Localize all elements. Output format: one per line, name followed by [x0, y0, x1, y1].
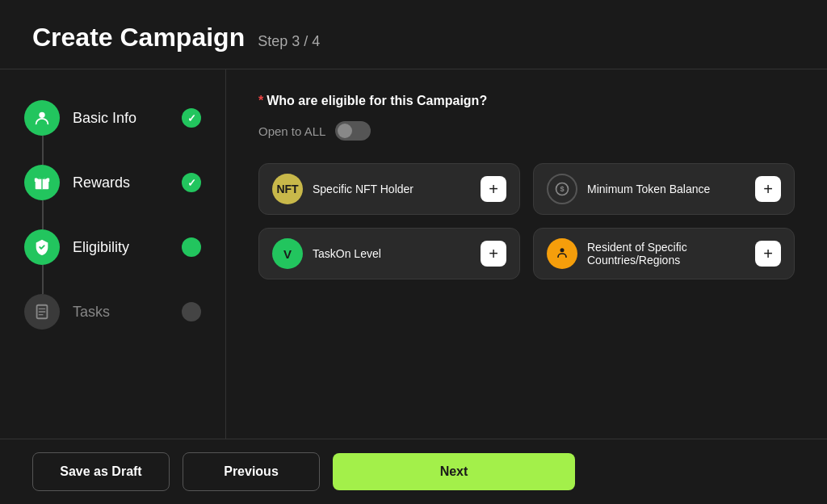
sidebar-check-basic-info: ✓	[182, 108, 201, 128]
main-content: Basic Info ✓ Rewards ✓	[0, 69, 827, 439]
sidebar-item-eligibility[interactable]: Eligibility	[24, 215, 201, 279]
sidebar-icon-tasks	[24, 294, 60, 330]
sidebar-icon-rewards	[24, 165, 60, 200]
token-balance-label: Minimum Token Balance	[587, 183, 745, 195]
region-label: Resident of Specific Countries/Regions	[587, 241, 745, 267]
open-to-all-label: Open to ALL	[258, 124, 325, 138]
svg-point-6	[560, 248, 565, 252]
region-icon	[547, 238, 577, 269]
previous-button[interactable]: Previous	[183, 452, 320, 491]
sidebar-item-basic-info[interactable]: Basic Info ✓	[24, 86, 201, 150]
taskon-level-label: TaskOn Level	[313, 247, 471, 260]
sidebar-item-tasks[interactable]: Tasks	[24, 279, 201, 344]
person-icon	[33, 109, 51, 127]
open-to-all-toggle[interactable]	[335, 121, 371, 141]
svg-point-0	[39, 112, 44, 118]
nft-holder-label: Specific NFT Holder	[313, 183, 471, 195]
step-indicator: Step 3 / 4	[258, 33, 320, 50]
options-row-1: NFT Specific NFT Holder + $ Minimum Toke…	[258, 163, 795, 215]
content-area: * Who are eligible for this Campaign? Op…	[226, 69, 827, 439]
option-token-balance[interactable]: $ Minimum Token Balance +	[533, 163, 795, 215]
sidebar: Basic Info ✓ Rewards ✓	[0, 69, 226, 439]
taskon-level-icon: V	[272, 238, 303, 269]
add-token-balance-button[interactable]: +	[755, 176, 781, 202]
option-region[interactable]: Resident of Specific Countries/Regions +	[533, 228, 795, 279]
coin-icon: $	[554, 181, 570, 197]
sidebar-check-tasks	[182, 302, 201, 321]
nft-holder-icon: NFT	[272, 174, 303, 204]
open-to-all-row: Open to ALL	[258, 121, 795, 141]
option-taskon-level[interactable]: V TaskOn Level +	[258, 228, 520, 279]
required-star: *	[258, 94, 263, 108]
add-taskon-level-button[interactable]: +	[481, 241, 506, 267]
footer: Save as Draft Previous Next	[0, 439, 827, 504]
sidebar-item-rewards[interactable]: Rewards ✓	[24, 150, 201, 215]
eligibility-options: NFT Specific NFT Holder + $ Minimum Toke…	[258, 163, 795, 279]
sidebar-label-tasks: Tasks	[73, 304, 110, 321]
gift-icon	[33, 174, 51, 191]
add-nft-holder-button[interactable]: +	[481, 176, 506, 202]
svg-text:$: $	[560, 185, 564, 193]
sidebar-label-eligibility: Eligibility	[73, 239, 129, 256]
page-title: Create Campaign	[32, 23, 245, 52]
options-row-2: V TaskOn Level + Resident of Specific Co…	[258, 228, 795, 279]
sidebar-label-rewards: Rewards	[73, 174, 130, 191]
sidebar-icon-basic-info	[24, 100, 60, 136]
add-region-button[interactable]: +	[755, 241, 781, 267]
sidebar-dot-eligibility	[182, 237, 201, 257]
token-balance-icon: $	[547, 174, 577, 204]
tasks-icon	[33, 303, 51, 321]
save-draft-button[interactable]: Save as Draft	[32, 452, 170, 491]
eligibility-question: Who are eligible for this Campaign?	[267, 94, 487, 108]
sidebar-icon-eligibility	[24, 229, 60, 265]
sidebar-label-basic-info: Basic Info	[73, 110, 136, 127]
person-location-icon	[554, 246, 570, 262]
page-header: Create Campaign Step 3 / 4	[0, 0, 827, 69]
shield-icon	[33, 238, 51, 256]
sidebar-check-rewards: ✓	[182, 173, 201, 192]
eligibility-section-title: * Who are eligible for this Campaign?	[258, 94, 795, 108]
option-nft-holder[interactable]: NFT Specific NFT Holder +	[258, 163, 520, 215]
next-button[interactable]: Next	[333, 453, 575, 490]
